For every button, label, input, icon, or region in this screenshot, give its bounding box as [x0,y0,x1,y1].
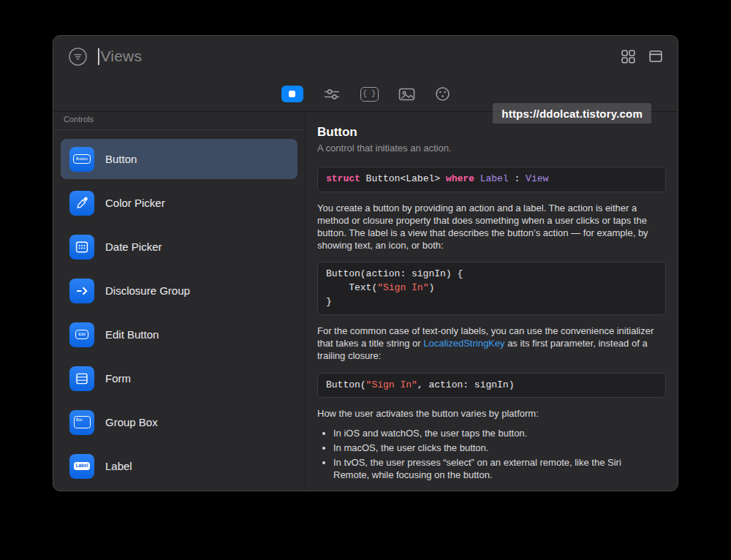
code-line: Button(action: signIn) { [326,268,657,281]
sidebar-item-label: Date Picker [105,241,162,253]
sidebar-item-edit-button[interactable]: Edit Edit Button [61,314,298,355]
code-type: Label [474,173,509,184]
window-title: Views [101,48,143,65]
title-bar: Views [53,36,678,77]
button-glyph: Button [73,154,91,164]
button-control-icon: Button [69,147,94,172]
tab-modifiers[interactable] [323,87,341,102]
code-string: "Sign In" [366,379,417,390]
code-keyword: where [446,173,474,184]
bullet-item: In tvOS, the user presses “select” on an… [333,457,659,482]
bullet-item: In macOS, the user clicks the button. [333,442,659,455]
code-plain: Text( [326,282,377,293]
palette-icon [435,86,450,102]
grid-view-icon[interactable] [621,49,636,64]
code-braces-icon: { } [360,87,379,102]
label-glyph: Label [74,462,91,471]
doc-paragraph: The appearance of the button depends on … [317,489,659,491]
sidebar-item-group-box[interactable]: Box Group Box [61,402,298,442]
doc-paragraph: How the user activates the button varies… [317,408,659,420]
label-control-icon: Label [69,454,94,479]
text-caret [98,48,99,65]
sliders-icon [323,87,341,102]
calendar-icon [69,235,94,260]
eyedropper-icon [69,191,94,216]
sidebar-item-label: Label [105,460,132,472]
library-search-field[interactable]: Views [98,48,621,65]
code-line: Text("Sign In") [326,281,657,295]
tab-media[interactable] [398,87,415,102]
group-box-icon: Box [69,410,94,435]
declaration-code-block: struct Button<Label> where Label : View [317,167,666,192]
box-glyph: Box [74,416,91,428]
watermark-url: https://ddolcat.tistory.com [493,103,651,124]
example-code-block-inline: Button("Sign In", action: signIn) [317,373,666,398]
sidebar-item-form[interactable]: Form [61,358,298,398]
controls-sidebar: Controls Button Button Color Pic [53,112,306,491]
code-plain: ) [428,282,434,293]
sidebar-item-label: Group Box [105,416,158,428]
views-tab-icon [281,86,303,102]
controls-list: Button Button Color Picker [53,130,305,491]
code-keyword: struct [326,173,360,184]
window-panel-icon[interactable] [648,49,663,64]
library-window: Views [53,35,678,491]
edit-button-icon: Edit [69,322,94,347]
titlebar-actions [621,49,663,64]
code-plain: } [326,296,332,307]
doc-paragraph: For the common case of text-only labels,… [317,325,659,363]
disclosure-arrow-icon [69,279,94,303]
edit-glyph: Edit [75,330,88,339]
doc-paragraph: You create a button by providing an acti… [317,203,659,252]
doc-pane: Button A control that initiates an actio… [306,112,678,491]
sidebar-item-button[interactable]: Button Button [61,139,298,179]
sidebar-section-header: Controls [53,112,305,130]
code-plain: , action: signIn) [417,379,515,390]
localizedstringkey-link[interactable]: LocalizedStringKey [423,338,504,349]
code-string: "Sign In" [377,282,428,293]
sidebar-item-label: Color Picker [105,197,165,209]
code-type: View [526,173,548,184]
bullet-item: In iOS and watchOS, the user taps the bu… [333,428,659,440]
sidebar-item-color-picker[interactable]: Color Picker [61,183,298,223]
platform-bullet-list: In iOS and watchOS, the user taps the bu… [323,428,659,482]
photo-icon [398,87,415,102]
sidebar-item-date-picker[interactable]: Date Picker [61,227,298,267]
sidebar-item-label: Disclosure Group [105,284,190,297]
form-rows-icon [69,366,94,391]
code-plain: Button(action: signIn) { [326,268,463,279]
tab-views[interactable] [281,86,303,102]
main-split: Controls Button Button Color Pic [53,112,678,491]
tab-colors[interactable] [435,86,450,102]
doc-title: Button [317,125,666,140]
sidebar-item-label-control[interactable]: Label Label [61,446,298,486]
filter-icon[interactable] [68,47,88,67]
example-code-block-closure: Button(action: signIn) { Text("Sign In")… [317,262,666,315]
sidebar-item-label: Edit Button [105,328,159,341]
code-plain: Button( [326,379,366,390]
doc-subtitle: A control that initiates an action. [317,143,666,154]
sidebar-item-label: Form [105,372,131,385]
sidebar-item-label: Button [105,153,137,165]
code-plain: Button<Label> [360,173,446,184]
code-line: } [326,295,657,309]
code-plain: : [509,173,526,184]
tab-snippets[interactable]: { } [360,87,379,102]
sidebar-item-disclosure-group[interactable]: Disclosure Group [61,270,298,311]
